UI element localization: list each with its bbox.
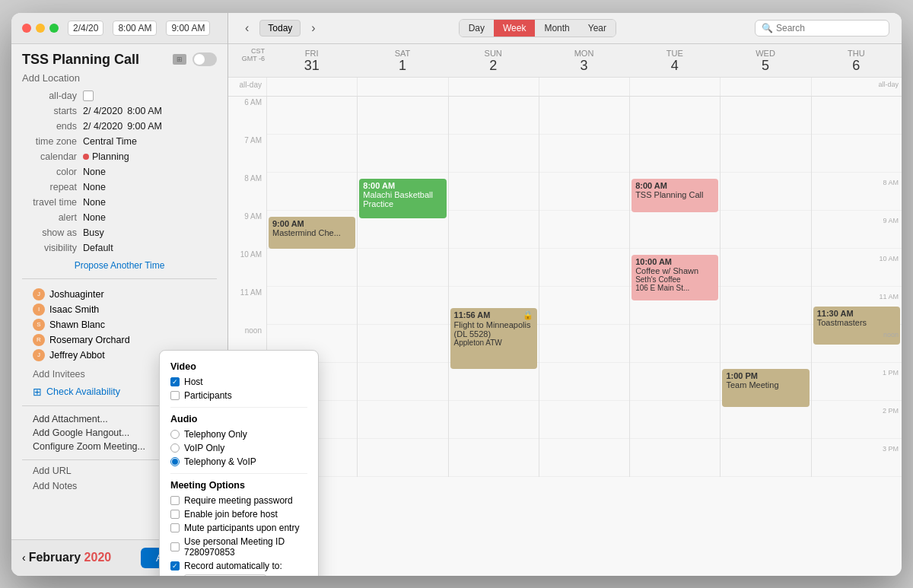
day-header-2: SUN 2 [448, 44, 539, 77]
event-mastermind[interactable]: 9:00 AM Mastermind Che... [269, 217, 355, 249]
zoom-participants-checkbox[interactable] [170, 391, 180, 400]
event-tss-time: 8:00 AM [635, 181, 714, 190]
month-view-btn[interactable]: Month [535, 20, 578, 37]
hr-sun-3 [449, 211, 539, 249]
day-name-3: MON [542, 49, 626, 58]
day-num-4: 4 [632, 58, 717, 74]
invitee-avatar-0: J [33, 288, 45, 300]
prev-month-btn[interactable]: ‹ [22, 551, 26, 564]
event-coffee-title: Coffee w/ Shawn [635, 266, 714, 275]
next-week-btn[interactable]: › [307, 20, 320, 37]
event-team-meeting[interactable]: 1:00 PM Team Meeting [722, 369, 809, 407]
hr-mon-3 [539, 211, 629, 249]
starts-label: starts [22, 106, 77, 116]
zoom-telephony-voip-radio[interactable] [170, 457, 180, 466]
zoom-record-to-select[interactable]: Local Computer [184, 574, 266, 576]
calendar-icon[interactable]: ⊞ [173, 54, 186, 65]
ts-8am: 8 AM [228, 173, 266, 211]
hr-sat-5 [358, 287, 447, 325]
allday-cell-1 [357, 78, 447, 96]
hr-fri-2 [267, 173, 357, 211]
hr-tue-8 [630, 401, 720, 439]
right-time-11am: 11 AM [879, 293, 899, 300]
zoom-opt-3-checkbox[interactable] [170, 542, 180, 551]
hr-wed-0 [721, 97, 810, 135]
maximize-button[interactable] [49, 24, 59, 33]
invitee-avatar-4: J [33, 349, 45, 361]
hr-mon-5 [539, 287, 629, 325]
ends-time[interactable]: 9:00 AM [127, 121, 162, 132]
event-toastmasters[interactable]: 11:30 AM Toastmasters [813, 307, 900, 345]
color-value[interactable]: None [83, 167, 106, 177]
calendar-value[interactable]: Planning [92, 151, 129, 162]
zoom-voip-only-radio[interactable] [170, 443, 180, 453]
timezone-value[interactable]: Central Time [83, 136, 137, 147]
invitee-item: S Shawn Blanc [33, 317, 206, 332]
visibility-value[interactable]: Default [83, 243, 113, 253]
add-location[interactable]: Add Location [11, 71, 227, 88]
header-icons: ⊞ [173, 52, 217, 66]
hr-mon-6 [539, 325, 629, 363]
zoom-telephony-only-radio[interactable] [170, 430, 180, 439]
search-box[interactable]: 🔍 [755, 20, 889, 37]
search-input[interactable] [776, 23, 883, 33]
titlebar-time-start[interactable]: 8:00 AM [113, 21, 157, 36]
starts-time[interactable]: 8:00 AM [127, 106, 162, 116]
hr-mon-2 [539, 173, 629, 211]
event-coffee[interactable]: 10:00 AM Coffee w/ Shawn Seth's Coffee 1… [631, 255, 718, 300]
show-as-value[interactable]: Busy [83, 227, 104, 238]
day-num-0: 31 [269, 58, 354, 74]
event-tss[interactable]: 8:00 AM TSS Planning Call [631, 179, 718, 212]
day-header-1: SAT 1 [357, 44, 447, 77]
color-row: color None [22, 164, 217, 180]
minimize-button[interactable] [36, 24, 45, 33]
divider-1 [22, 278, 217, 279]
hr-mon-4 [539, 249, 629, 287]
day-num-2: 2 [451, 58, 536, 74]
event-basketball[interactable]: 8:00 AM Malachi Basketball Practice [359, 179, 446, 218]
zoom-opt-2-checkbox[interactable] [170, 523, 180, 532]
event-title[interactable]: TSS Planning Call [22, 52, 139, 68]
alert-row: alert None [22, 210, 217, 225]
hr-sat-9 [358, 439, 447, 477]
close-button[interactable] [22, 24, 31, 33]
zoom-host-row: ✓ Host [170, 377, 307, 387]
zoom-host-checkbox[interactable]: ✓ [170, 377, 180, 386]
travel-time-value[interactable]: None [83, 197, 106, 208]
allday-right-label: all-day [878, 81, 899, 88]
hr-tue-9 [630, 439, 720, 477]
invitee-item: J Joshuaginter [33, 287, 206, 302]
cal-days-header: CSTGMT -6 FRI 31 SAT 1 SUN 2 MON 3 TUE 4 [228, 44, 902, 78]
alert-value[interactable]: None [83, 212, 106, 223]
zoom-telephony-voip-label: Telephony & VoIP [184, 456, 256, 467]
day-name-0: FRI [269, 49, 354, 58]
prev-week-btn[interactable]: ‹ [240, 20, 253, 37]
hr-tue-6 [630, 325, 720, 363]
zoom-opt-4-checkbox[interactable]: ✓ [170, 561, 180, 571]
repeat-value[interactable]: None [83, 182, 106, 192]
toggle-switch[interactable] [192, 52, 217, 66]
week-view-btn[interactable]: Week [494, 20, 535, 37]
event-mastermind-title: Mastermind Che... [272, 228, 352, 237]
titlebar-time-end[interactable]: 9:00 AM [166, 21, 210, 36]
propose-link[interactable]: Propose Another Time [22, 256, 217, 275]
zoom-opt-0-checkbox[interactable] [170, 496, 180, 505]
titlebar-date[interactable]: 2/4/20 [68, 21, 103, 36]
zoom-telephony-only-label: Telephony Only [184, 429, 247, 440]
day-view-btn[interactable]: Day [460, 20, 494, 37]
zoom-option-1: Enable join before host [170, 509, 307, 520]
zoom-option-4: ✓ Record automatically to: [170, 561, 307, 571]
right-time-2pm: 2 PM [883, 407, 899, 415]
allday-checkbox[interactable] [83, 91, 94, 101]
starts-date[interactable]: 2/ 4/2020 [83, 106, 122, 116]
allday-cal-label: all-day [228, 78, 266, 96]
event-flight[interactable]: 11:56 AM 🔒 Flight to Minneapolis (DL 552… [450, 308, 537, 369]
ends-date[interactable]: 2/ 4/2020 [83, 121, 122, 132]
calendar-label: calendar [22, 151, 77, 162]
invitee-item: R Rosemary Orchard [33, 332, 206, 348]
year-view-btn[interactable]: Year [579, 20, 616, 37]
today-btn[interactable]: Today [259, 20, 301, 37]
hr-sat-6 [358, 325, 447, 363]
zoom-opt-1-checkbox[interactable] [170, 510, 180, 519]
cal-nav: ‹ Today › [240, 20, 320, 37]
